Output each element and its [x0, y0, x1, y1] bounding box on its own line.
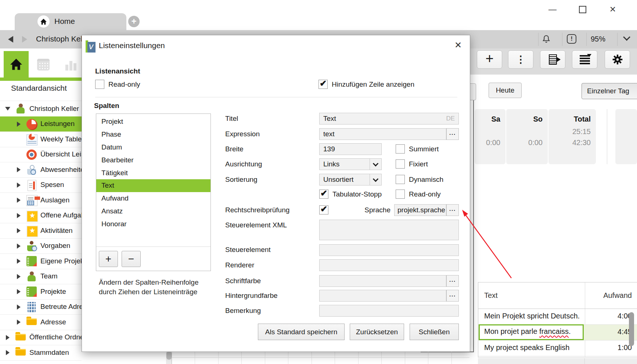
expander-right-icon[interactable]: [17, 259, 21, 264]
renderer-field[interactable]: [319, 259, 459, 271]
ausrichtung-dropdown[interactable]: Links: [319, 158, 382, 170]
hintergrundfarbe-field[interactable]: [319, 290, 446, 302]
column-item[interactable]: Tätigkeit: [96, 166, 210, 179]
settings-button[interactable]: [605, 50, 630, 69]
close-button[interactable]: Schließen: [410, 324, 459, 340]
sprache-field[interactable]: projekt.sprache: [394, 204, 446, 216]
sidebar-item-stammdaten[interactable]: Stammdaten: [0, 345, 82, 361]
more-options-button[interactable]: ⋮: [508, 50, 533, 69]
bemerkung-field[interactable]: [319, 305, 459, 317]
column-item[interactable]: Phase: [96, 128, 210, 141]
schriftfarbe-field[interactable]: [319, 275, 446, 287]
window-maximize-button[interactable]: [575, 4, 591, 15]
chevron-down-icon[interactable]: [370, 159, 381, 170]
window-minimize-button[interactable]: —: [544, 4, 561, 15]
table-row[interactable]: My project speaks English 1:00: [478, 340, 637, 356]
module-tab-charts[interactable]: [65, 59, 78, 71]
column-header-aufwand[interactable]: Aufwand: [603, 291, 632, 300]
sidebar-item-leistungen[interactable]: Leistungen: [0, 116, 82, 132]
sidebar-item-aktivitaeten[interactable]: Aktivitäten: [0, 223, 82, 239]
hintergrundfarbe-ellipsis-button[interactable]: ···: [446, 290, 459, 302]
column-item-selected[interactable]: Text: [96, 179, 210, 192]
sidebar-item-vorgaben[interactable]: Vorgaben: [0, 238, 82, 254]
expander-right-icon[interactable]: [17, 320, 21, 325]
save-as-default-button[interactable]: Als Standard speichern: [258, 324, 345, 340]
expander-right-icon[interactable]: [17, 167, 21, 172]
column-header-text[interactable]: Text: [484, 291, 498, 300]
expression-field[interactable]: text: [319, 128, 446, 140]
zoom-level[interactable]: 95%: [591, 35, 605, 43]
forward-button[interactable]: [22, 36, 27, 43]
report-button[interactable]: [540, 50, 565, 69]
expander-down-icon[interactable]: [5, 107, 10, 111]
add-entry-button[interactable]: +: [477, 50, 502, 69]
summiert-checkbox[interactable]: [396, 144, 405, 154]
scrollbar-fragment[interactable]: [166, 352, 172, 360]
sidebar-item-adresse[interactable]: Adresse: [0, 314, 82, 330]
heute-button[interactable]: Heute: [489, 83, 522, 98]
expander-right-icon[interactable]: [17, 183, 21, 188]
text-cell-editing[interactable]: Mon projet parle francaiss.: [479, 324, 584, 340]
sidebar-item-auslagen[interactable]: Auslagen: [0, 192, 82, 208]
expression-ellipsis-button[interactable]: ···: [446, 128, 459, 140]
table-scrollbar-thumb[interactable]: [629, 312, 634, 346]
new-tab-button[interactable]: +: [128, 16, 140, 27]
expander-right-icon[interactable]: [17, 198, 21, 203]
expander-right-icon[interactable]: [6, 350, 10, 355]
sidebar-item-oeffentliche-ordner[interactable]: Öffentliche Ordner: [0, 330, 82, 346]
sidebar-item-eigene-projekte[interactable]: Eigene Projekte: [0, 253, 82, 269]
dynamisch-checkbox[interactable]: [396, 175, 405, 184]
back-button[interactable]: [8, 36, 13, 43]
fixiert-checkbox[interactable]: [396, 159, 405, 169]
expander-right-icon[interactable]: [17, 289, 21, 294]
tab-home[interactable]: Home: [15, 13, 126, 30]
sidebar-item-betreute-adressen[interactable]: Betreute Adressen: [0, 299, 82, 315]
addrow-checkbox[interactable]: [318, 80, 328, 89]
sortierung-dropdown[interactable]: Unsortiert: [319, 174, 382, 185]
table-row[interactable]: Mein Projekt spricht Deutsch. 4:00: [478, 309, 637, 325]
expander-right-icon[interactable]: [17, 274, 21, 279]
expander-right-icon[interactable]: [6, 335, 10, 340]
einzelner-tag-button[interactable]: Einzelner Tag: [582, 83, 637, 99]
menu-expand-button[interactable]: [622, 35, 631, 44]
table-row-selected[interactable]: Mon projet parle francaiss. 4:45: [478, 325, 637, 340]
sidebar-item-projekte[interactable]: Projekte: [0, 284, 82, 300]
sidebar-item-christoph-keller[interactable]: Christoph Keller: [0, 101, 82, 117]
sprache-ellipsis-button[interactable]: ···: [446, 204, 459, 216]
breite-field[interactable]: 139: [319, 143, 382, 155]
expander-right-icon[interactable]: [17, 122, 21, 127]
sidebar-item-uebersicht-leistungen[interactable]: Übersicht Leistungen: [0, 147, 82, 163]
column-item[interactable]: Datum: [96, 141, 210, 154]
rechtschreib-checkbox[interactable]: [319, 205, 328, 215]
column-item[interactable]: Aufwand: [96, 192, 210, 205]
column-item[interactable]: Honorar: [96, 217, 210, 230]
steuerelement-field[interactable]: [319, 244, 459, 256]
sidebar-item-team[interactable]: Team: [0, 269, 82, 285]
sidebar-item-offene-aufgaben[interactable]: Offene Aufgaben: [0, 208, 82, 224]
view-selector-label[interactable]: Standardansicht: [11, 84, 67, 93]
sidebar-item-spesen[interactable]: Spesen: [0, 177, 82, 193]
column-item[interactable]: Bearbeiter: [96, 154, 210, 166]
expander-right-icon[interactable]: [17, 213, 21, 218]
sidebar-item-weekly-table[interactable]: Weekly Table: [0, 131, 82, 147]
module-tab-calendar[interactable]: [37, 59, 50, 71]
expander-right-icon[interactable]: [17, 304, 21, 310]
dialog-close-button[interactable]: ✕: [451, 38, 465, 52]
schriftfarbe-ellipsis-button[interactable]: ···: [446, 275, 459, 287]
list-view-button[interactable]: [572, 50, 597, 69]
notifications-button[interactable]: [541, 34, 552, 45]
remove-column-button[interactable]: −: [122, 251, 141, 267]
alerts-button[interactable]: !: [567, 34, 576, 44]
reset-button[interactable]: Zurücksetzen: [350, 324, 404, 340]
module-tab-home[interactable]: [4, 51, 29, 78]
titel-field[interactable]: Text DE: [319, 113, 459, 125]
expander-right-icon[interactable]: [17, 228, 21, 233]
add-column-button[interactable]: +: [99, 251, 118, 267]
chevron-down-icon[interactable]: [370, 174, 381, 185]
readonly2-checkbox[interactable]: [396, 190, 405, 199]
steuerelement-xml-field[interactable]: [319, 220, 459, 240]
window-close-button[interactable]: ✕: [605, 4, 621, 15]
sidebar-item-abwesenheiten[interactable]: Abwesenheiten: [0, 162, 82, 178]
expander-right-icon[interactable]: [17, 244, 21, 249]
column-item[interactable]: Projekt: [96, 115, 210, 128]
